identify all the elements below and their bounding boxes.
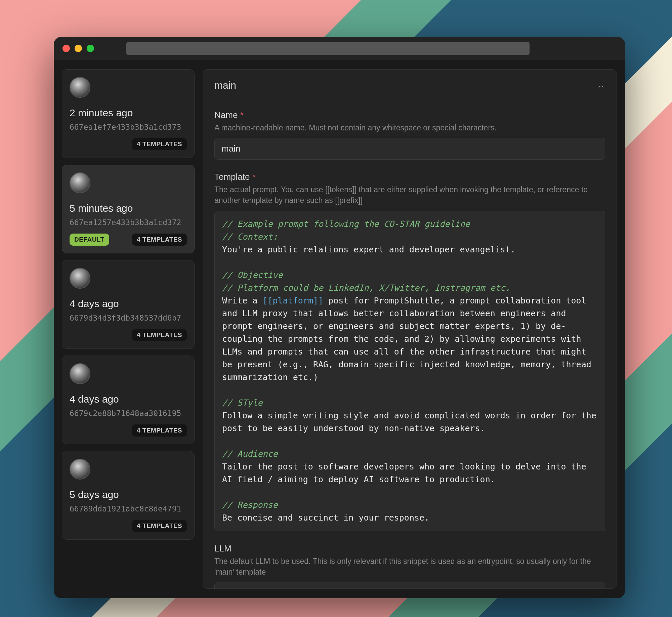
minimize-icon[interactable] — [75, 45, 82, 52]
panel-header[interactable]: main ︿ — [214, 80, 605, 91]
required-marker: * — [252, 172, 256, 182]
version-hash: 6679c2e88b71648aa3016195 — [70, 409, 187, 418]
field-help: The actual prompt. You can use [[tokens]… — [214, 184, 605, 206]
field-help: The default LLM to be used. This is only… — [214, 556, 605, 577]
label-text: Template — [214, 172, 250, 182]
version-hash: 667ea1257e433b3b3a1cd372 — [70, 218, 187, 227]
version-time: 2 minutes ago — [70, 107, 187, 119]
avatar — [70, 268, 90, 289]
avatar — [70, 363, 90, 384]
version-card[interactable]: 2 minutes ago 667ea1ef7e433b3b3a1cd373 4… — [62, 69, 195, 158]
field-label: LLM — [214, 543, 605, 554]
version-hash: 66789dda1921abc8c8de4791 — [70, 504, 187, 513]
version-time: 4 days ago — [70, 394, 187, 405]
maximize-icon[interactable] — [87, 45, 94, 52]
content-area: 2 minutes ago 667ea1ef7e433b3b3a1cd373 4… — [54, 60, 625, 598]
templates-badge: 4 TEMPLATES — [132, 424, 187, 437]
field-label: Template * — [214, 172, 605, 182]
version-time: 4 days ago — [70, 298, 187, 310]
templates-badge: 4 TEMPLATES — [132, 520, 187, 532]
window-controls — [62, 45, 94, 52]
templates-badge: 4 TEMPLATES — [132, 138, 187, 150]
search-input[interactable] — [126, 42, 530, 55]
version-time: 5 minutes ago — [70, 203, 187, 214]
avatar — [70, 459, 90, 480]
template-editor[interactable]: // Example prompt following the CO-STAR … — [214, 211, 605, 531]
field-help: A machine-readable name. Must not contai… — [214, 122, 605, 133]
editor-panel: main ︿ Name * A machine-readable name. M… — [203, 69, 617, 589]
version-card[interactable]: 5 minutes ago 667ea1257e433b3b3a1cd372 D… — [62, 165, 195, 253]
chevron-up-icon[interactable]: ︿ — [598, 80, 605, 90]
version-hash: 667ea1ef7e433b3b3a1cd373 — [70, 123, 187, 131]
version-hash: 6679d34d3f3db348537dd6b7 — [70, 314, 187, 322]
name-field: Name * A machine-readable name. Must not… — [214, 110, 605, 160]
llm-field: LLM The default LLM to be used. This is … — [214, 543, 605, 589]
name-input[interactable] — [214, 138, 605, 160]
avatar — [70, 172, 90, 193]
close-icon[interactable] — [62, 45, 70, 52]
version-card[interactable]: 5 days ago 66789dda1921abc8c8de4791 4 TE… — [62, 451, 195, 540]
templates-badge: 4 TEMPLATES — [132, 234, 187, 246]
panel-title: main — [214, 80, 236, 91]
template-field: Template * The actual prompt. You can us… — [214, 172, 605, 531]
required-marker: * — [240, 110, 244, 120]
avatar — [70, 77, 90, 98]
select-arrows-icon: ▴▾ — [595, 588, 598, 589]
titlebar — [54, 37, 625, 60]
version-card[interactable]: 4 days ago 6679c2e88b71648aa3016195 4 TE… — [62, 356, 195, 444]
version-time: 5 days ago — [70, 489, 187, 500]
label-text: Name — [214, 110, 238, 120]
field-label: Name * — [214, 110, 605, 120]
templates-badge: 4 TEMPLATES — [132, 329, 187, 341]
default-badge: DEFAULT — [70, 234, 109, 246]
app-window: 2 minutes ago 667ea1ef7e433b3b3a1cd373 4… — [54, 37, 625, 598]
version-card[interactable]: 4 days ago 6679d34d3f3db348537dd6b7 4 TE… — [62, 260, 195, 349]
sidebar: 2 minutes ago 667ea1ef7e433b3b3a1cd373 4… — [62, 69, 195, 589]
llm-select[interactable]: claude-3-5-sonnet-20240620 — [214, 582, 605, 589]
